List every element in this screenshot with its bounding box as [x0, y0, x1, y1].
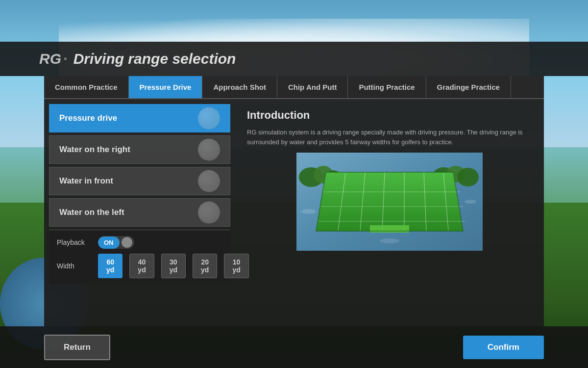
toggle-knob	[122, 237, 132, 248]
width-btn-60[interactable]: 60 yd	[98, 254, 122, 278]
main-dialog: Common Practice Pressure Drive Approach …	[44, 76, 544, 326]
intro-text: RG simulation system is a driving range …	[247, 128, 532, 147]
content-area: Pressure drive Water on the right Water …	[44, 99, 544, 326]
ball-decoration	[198, 202, 220, 224]
footer: Return Confirm	[0, 326, 588, 368]
width-btn-20[interactable]: 20 yd	[193, 254, 217, 278]
return-button[interactable]: Return	[44, 335, 110, 360]
svg-marker-8	[316, 172, 463, 231]
width-row: Width 60 yd 40 yd 30 yd 20 yd 10 yd	[57, 254, 222, 278]
top-bar: RG· Driving range selection	[0, 42, 588, 76]
list-item-water-front[interactable]: Water in front	[49, 167, 230, 195]
ball-decoration	[198, 107, 220, 130]
title-dot: ·	[63, 51, 67, 67]
svg-point-21	[465, 200, 476, 204]
svg-point-7	[457, 168, 479, 186]
tab-putting-practice[interactable]: Putting Practice	[348, 76, 426, 98]
list-item-pressure-drive[interactable]: Pressure drive	[49, 104, 230, 132]
width-label: Width	[57, 262, 91, 270]
ball-decoration	[198, 139, 220, 161]
page-title: RG· Driving range selection	[39, 51, 236, 67]
width-btn-30[interactable]: 30 yd	[161, 254, 186, 278]
list-item-water-left[interactable]: Water on the left	[49, 198, 230, 227]
title-main: Driving range selection	[74, 51, 236, 67]
left-panel: Pressure drive Water on the right Water …	[44, 99, 235, 326]
title-rg: RG	[39, 51, 61, 67]
svg-point-22	[380, 238, 399, 243]
tab-gradinge-practice[interactable]: Gradinge Practice	[426, 76, 511, 98]
tab-common-practice[interactable]: Common Practice	[44, 76, 129, 98]
width-btn-40[interactable]: 40 yd	[129, 254, 154, 278]
playback-toggle[interactable]: ON	[98, 236, 134, 249]
range-preview-svg	[247, 153, 532, 251]
intro-image	[247, 153, 532, 251]
svg-point-20	[301, 209, 316, 214]
tab-bar: Common Practice Pressure Drive Approach …	[44, 76, 544, 99]
tab-approach-shot[interactable]: Approach Shot	[202, 76, 277, 98]
bottom-controls: Playback ON Width 60 yd 40 yd 30 yd 20 y…	[49, 230, 230, 284]
tab-pressure-drive[interactable]: Pressure Drive	[129, 76, 203, 98]
ball-decoration	[198, 170, 220, 192]
playback-label: Playback	[57, 238, 91, 246]
intro-title: Introduction	[247, 109, 532, 122]
list-item-water-right[interactable]: Water on the right	[49, 135, 230, 164]
right-panel: Introduction RG simulation system is a d…	[235, 99, 544, 326]
playback-row: Playback ON	[57, 236, 222, 249]
toggle-on-label: ON	[98, 237, 120, 249]
tab-chip-and-putt[interactable]: Chip And Putt	[277, 76, 348, 98]
confirm-button[interactable]: Confirm	[463, 336, 544, 359]
